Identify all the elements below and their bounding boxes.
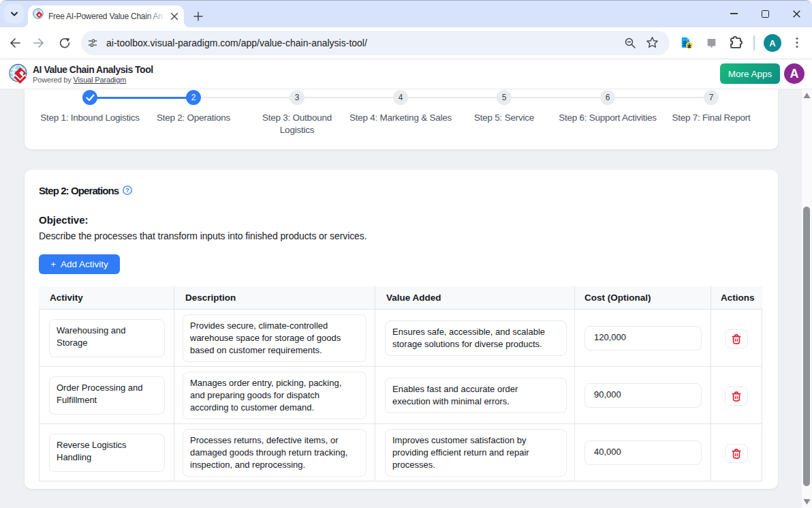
svg-text:?: ? xyxy=(125,187,129,194)
